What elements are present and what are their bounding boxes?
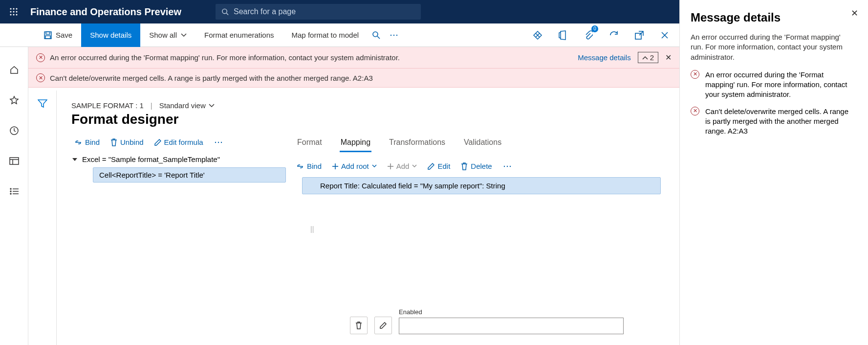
plus-icon bbox=[388, 163, 393, 169]
office-icon[interactable] bbox=[554, 26, 572, 44]
search-input[interactable] bbox=[234, 7, 415, 16]
main-pane: SAMPLE FORMAT : 1 | Standard view Format… bbox=[57, 91, 679, 345]
svg-point-2 bbox=[16, 8, 17, 9]
svg-point-37 bbox=[215, 141, 216, 142]
message-details-panel: ✕ Message details An error occurred duri… bbox=[679, 0, 868, 345]
svg-point-4 bbox=[13, 11, 14, 12]
mapping-item[interactable]: Report Title: Calculated field = "My sam… bbox=[302, 177, 661, 194]
message-count-toggle[interactable]: 2 bbox=[638, 52, 658, 63]
mapping-toolbar: Bind Add root Add Edit bbox=[296, 162, 666, 170]
svg-point-8 bbox=[16, 14, 17, 15]
message-details-link[interactable]: Message details bbox=[578, 53, 630, 62]
mapping-bind-button[interactable]: Bind bbox=[296, 162, 322, 170]
mapping-delete-button[interactable]: Delete bbox=[461, 162, 492, 170]
delete-property-button[interactable] bbox=[350, 317, 368, 334]
map-format-to-model-button[interactable]: Map format to model bbox=[283, 23, 368, 47]
attachments-icon[interactable]: 0 bbox=[580, 26, 597, 44]
tab-mapping[interactable]: Mapping bbox=[340, 138, 371, 152]
save-icon bbox=[44, 31, 52, 39]
action-bar-right: 0 bbox=[529, 26, 679, 44]
horizontal-splitter-icon[interactable]: || bbox=[310, 225, 314, 233]
unbind-button[interactable]: Unbind bbox=[110, 138, 144, 146]
tree-more-icon[interactable] bbox=[214, 141, 223, 144]
svg-point-46 bbox=[509, 165, 510, 166]
show-all-button[interactable]: Show all bbox=[140, 23, 195, 47]
action-more-icon[interactable] bbox=[385, 26, 403, 44]
svg-point-33 bbox=[396, 34, 397, 35]
app-launcher-icon[interactable] bbox=[6, 4, 22, 20]
panel-summary: An error occurred during the 'Format map… bbox=[691, 32, 853, 62]
favorites-icon[interactable] bbox=[5, 91, 23, 110]
svg-line-10 bbox=[226, 13, 228, 15]
link-icon bbox=[74, 139, 82, 145]
add-root-button[interactable]: Add root bbox=[332, 162, 377, 170]
filter-icon[interactable] bbox=[38, 99, 47, 345]
content: SAMPLE FORMAT : 1 | Standard view Format… bbox=[28, 91, 679, 345]
mapping-edit-button[interactable]: Edit bbox=[428, 162, 450, 170]
edit-property-button[interactable] bbox=[374, 317, 392, 334]
modules-icon[interactable] bbox=[5, 182, 23, 201]
svg-point-32 bbox=[393, 34, 394, 35]
add-root-label: Add root bbox=[341, 162, 369, 170]
svg-point-5 bbox=[16, 11, 17, 12]
popout-icon[interactable] bbox=[630, 26, 648, 44]
svg-point-7 bbox=[13, 14, 14, 15]
breadcrumb: SAMPLE FORMAT : 1 | Standard view bbox=[71, 101, 679, 110]
svg-point-0 bbox=[10, 8, 11, 9]
chevron-down-icon bbox=[412, 164, 417, 168]
message-close-icon[interactable]: ✕ bbox=[665, 53, 672, 62]
svg-rect-28 bbox=[45, 36, 50, 39]
tree-root-label: Excel = "Sample format_SampleTemplate" bbox=[82, 155, 220, 163]
panel-error-text: An error occurred during the 'Format map… bbox=[705, 70, 853, 100]
breadcrumb-item: SAMPLE FORMAT : 1 bbox=[71, 101, 144, 110]
collapse-icon[interactable] bbox=[72, 157, 77, 162]
search-box[interactable] bbox=[216, 4, 421, 20]
tab-format[interactable]: Format bbox=[296, 138, 323, 152]
error-icon: ✕ bbox=[691, 107, 699, 115]
error-icon: ✕ bbox=[691, 70, 699, 79]
workspaces-icon[interactable] bbox=[5, 152, 23, 170]
message-area: ✕ An error occurred during the 'Format m… bbox=[28, 47, 679, 88]
format-enumerations-button[interactable]: Format enumerations bbox=[195, 23, 283, 47]
tab-transformations[interactable]: Transformations bbox=[388, 138, 446, 152]
add-label: Add bbox=[396, 162, 410, 170]
enabled-label: Enabled bbox=[399, 308, 624, 316]
tabs: Format Mapping Transformations Validatio… bbox=[296, 138, 666, 152]
filter-column bbox=[28, 91, 57, 345]
svg-rect-17 bbox=[10, 158, 19, 164]
view-selector[interactable]: Standard view bbox=[159, 101, 215, 110]
enabled-input[interactable] bbox=[399, 318, 624, 334]
svg-rect-27 bbox=[46, 32, 50, 34]
panel-close-icon[interactable]: ✕ bbox=[851, 8, 858, 19]
panel-title: Message details bbox=[691, 11, 853, 24]
message-count: 2 bbox=[650, 53, 654, 62]
mapping-more-icon[interactable] bbox=[503, 165, 512, 168]
mapping-column: Format Mapping Transformations Validatio… bbox=[296, 138, 679, 194]
panel-error-2: ✕ Can't delete/overwrite merged cells. A… bbox=[691, 107, 853, 137]
message-text: Can't delete/overwrite merged cells. A r… bbox=[50, 74, 373, 82]
svg-point-39 bbox=[220, 141, 221, 142]
svg-point-1 bbox=[13, 8, 14, 9]
message-bar-1: ✕ An error occurred during the 'Format m… bbox=[28, 47, 679, 69]
recent-icon[interactable] bbox=[5, 121, 23, 140]
add-button: Add bbox=[388, 162, 417, 170]
refresh-icon[interactable] bbox=[605, 26, 623, 44]
svg-point-3 bbox=[10, 11, 11, 12]
show-details-button[interactable]: Show details bbox=[81, 23, 140, 47]
home-icon[interactable] bbox=[5, 61, 23, 79]
bind-button[interactable]: Bind bbox=[74, 138, 100, 146]
close-page-icon[interactable] bbox=[656, 26, 673, 44]
tree-cell-node[interactable]: Cell<ReportTitle> = 'Report Title' bbox=[93, 167, 286, 183]
page-title: Format designer bbox=[71, 112, 679, 127]
save-label: Save bbox=[56, 31, 72, 39]
diamond-icon[interactable] bbox=[529, 26, 546, 44]
edit-formula-button[interactable]: Edit formula bbox=[154, 138, 203, 146]
save-button[interactable]: Save bbox=[35, 23, 81, 47]
tab-validations[interactable]: Validations bbox=[463, 138, 502, 152]
tree-toolbar: Bind Unbind Edit formula bbox=[71, 138, 282, 146]
search-icon bbox=[221, 8, 229, 16]
tree-root-node[interactable]: Excel = "Sample format_SampleTemplate" bbox=[71, 153, 282, 165]
edit-formula-label: Edit formula bbox=[164, 138, 203, 146]
action-search-icon[interactable] bbox=[368, 26, 385, 44]
format-tree-column: Bind Unbind Edit formula Excel = "Sample… bbox=[71, 138, 282, 183]
